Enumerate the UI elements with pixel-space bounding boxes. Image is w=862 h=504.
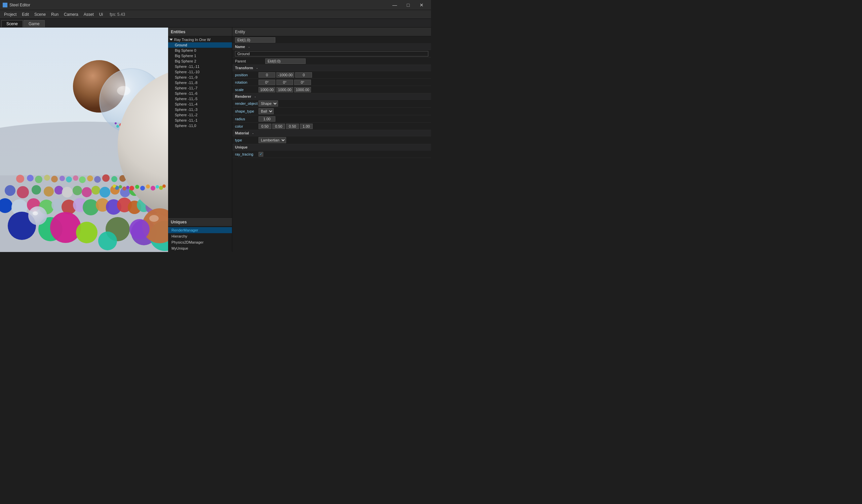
entity-sphere-11-9[interactable]: Sphere -11,-9 [168, 75, 232, 80]
shape-type-select[interactable]: Ball [259, 108, 274, 114]
entity-bigsphere1-label: Big Sphere 1 [175, 54, 196, 58]
tab-scene[interactable]: Scene [1, 20, 23, 27]
position-values: 0 -1000.00 0 [259, 72, 312, 78]
entity-sphere-11-1[interactable]: Sphere -11,-1 [168, 118, 232, 123]
name-label: Name [235, 45, 245, 49]
scale-y[interactable]: 1000.00 [276, 87, 293, 92]
menu-camera[interactable]: Camera [61, 11, 81, 18]
svg-point-22 [17, 186, 29, 198]
maximize-button[interactable]: □ [402, 0, 415, 10]
menu-ui[interactable]: Ui [96, 11, 106, 18]
radius-value[interactable]: 1.00 [259, 116, 275, 122]
menu-scene[interactable]: Scene [31, 11, 49, 18]
render-object-select[interactable]: Shape [259, 101, 278, 107]
entities-list[interactable]: Ray Tracing In One W Ground Big Sphere 0… [168, 36, 232, 217]
entity-sphere-11-7[interactable]: Sphere -11,-7 [168, 85, 232, 91]
entities-section: Entities Ray Tracing In One W Ground Big… [168, 28, 232, 217]
svg-point-72 [116, 125, 119, 128]
svg-point-56 [32, 211, 38, 215]
svg-point-58 [76, 222, 97, 243]
entity-sphere-11-4[interactable]: Sphere -11,-4 [168, 102, 232, 107]
unique-rendermanager[interactable]: RenderManager [168, 227, 232, 233]
position-y[interactable]: -1000.00 [276, 72, 294, 78]
unique-section: Unique [232, 144, 431, 150]
close-button[interactable]: ✕ [415, 0, 428, 10]
renderer-section[interactable]: Renderer - [232, 93, 431, 100]
svg-point-12 [87, 175, 93, 182]
entity-sphere-11-5-label: Sphere -11,-5 [175, 97, 197, 101]
unique-hierarchy[interactable]: Hierarchy [168, 233, 232, 239]
entity-sphere-11-3[interactable]: Sphere -11,-3 [168, 107, 232, 112]
color-r[interactable]: 0.50 [259, 124, 271, 129]
entity-sphere-11-11-label: Sphere -11,-11 [175, 65, 199, 68]
color-g[interactable]: 0.50 [272, 124, 285, 129]
svg-point-55 [28, 206, 47, 225]
entity-root[interactable]: Ray Tracing In One W [168, 37, 232, 42]
material-type-select[interactable]: Lambertian [259, 137, 286, 143]
viewport[interactable] [0, 28, 168, 252]
entity-ground[interactable]: Ground [168, 42, 232, 48]
svg-point-28 [82, 187, 92, 197]
scale-z[interactable]: 1000.00 [294, 87, 311, 92]
transform-label: Transform [235, 66, 253, 70]
svg-point-89 [113, 184, 116, 188]
scale-x[interactable]: 1000.00 [259, 87, 275, 92]
svg-point-24 [44, 186, 54, 197]
entity-sphere-11-8[interactable]: Sphere -11,-8 [168, 80, 232, 85]
radius-row: radius 1.00 [232, 115, 431, 123]
properties-panel: Entity Eld(1.0) Name - Parent Eld(0.0) T… [232, 28, 431, 252]
material-type-label: type [235, 138, 259, 142]
material-section[interactable]: Material - [232, 130, 431, 136]
rotation-x[interactable]: 0° [259, 80, 275, 85]
material-dash: - [252, 131, 254, 135]
entity-sphere-11-2[interactable]: Sphere -11,-2 [168, 112, 232, 118]
material-label: Material [235, 131, 249, 135]
svg-point-30 [100, 187, 110, 198]
name-input[interactable] [235, 51, 428, 56]
entity-bigsphere1[interactable]: Big Sphere 1 [168, 53, 232, 58]
minimize-button[interactable]: — [388, 0, 402, 10]
tab-game[interactable]: Game [24, 20, 45, 27]
color-b[interactable]: 0.50 [286, 124, 299, 129]
color-a[interactable]: 1.00 [300, 124, 313, 129]
properties-title: Entity [235, 29, 245, 34]
position-z[interactable]: 0 [295, 72, 312, 78]
svg-point-79 [140, 186, 145, 190]
svg-point-13 [94, 176, 101, 183]
entity-sphere-11-5[interactable]: Sphere -11,-5 [168, 96, 232, 102]
entity-ground-label: Ground [175, 43, 187, 47]
renderer-label: Renderer [235, 94, 251, 98]
svg-point-91 [149, 215, 159, 222]
entity-sphere-11-4-label: Sphere -11,-4 [175, 102, 197, 106]
parent-row: Parent Eld(0.0) [232, 57, 431, 65]
svg-point-11 [79, 176, 86, 183]
rotation-y[interactable]: 0° [276, 80, 293, 85]
transform-section[interactable]: Transform - [232, 65, 431, 71]
ray-tracing-checkbox[interactable]: ✓ [259, 152, 263, 157]
uniques-header: Uniques [168, 218, 232, 226]
uniques-section: Uniques RenderManager Hierarchy Physics2… [168, 217, 232, 252]
menubar: Project Edit Scene Run Camera Asset Ui f… [0, 10, 431, 19]
svg-point-82 [156, 185, 159, 188]
entity-bigsphere2[interactable]: Big Sphere 2 [168, 58, 232, 64]
entity-sphere-11-11[interactable]: Sphere -11,-11 [168, 64, 232, 69]
entity-sphere-11-0[interactable]: Sphere -11,0 [168, 123, 232, 128]
entity-sphere-11-1-label: Sphere -11,-1 [175, 118, 197, 122]
menu-run[interactable]: Run [49, 11, 61, 18]
scale-values: 1000.00 1000.00 1000.00 [259, 87, 311, 92]
menu-project[interactable]: Project [1, 11, 19, 18]
rotation-z[interactable]: 0° [294, 80, 311, 85]
unique-myunique[interactable]: MyUnique [168, 245, 232, 251]
entity-sphere-11-6[interactable]: Sphere -11,-6 [168, 91, 232, 96]
menu-edit[interactable]: Edit [19, 11, 31, 18]
unique-physics2dmanager[interactable]: Physics2DManager [168, 239, 232, 245]
svg-point-85 [126, 186, 129, 189]
entity-sphere-11-10[interactable]: Sphere -11,-10 [168, 69, 232, 75]
entity-bigsphere0[interactable]: Big Sphere 0 [168, 48, 232, 53]
name-section: Name - [232, 44, 431, 50]
svg-point-87 [119, 185, 122, 188]
uniques-list: RenderManager Hierarchy Physics2DManager… [168, 226, 232, 252]
menu-asset[interactable]: Asset [81, 11, 96, 18]
position-x[interactable]: 0 [259, 72, 275, 78]
svg-point-8 [60, 176, 65, 181]
